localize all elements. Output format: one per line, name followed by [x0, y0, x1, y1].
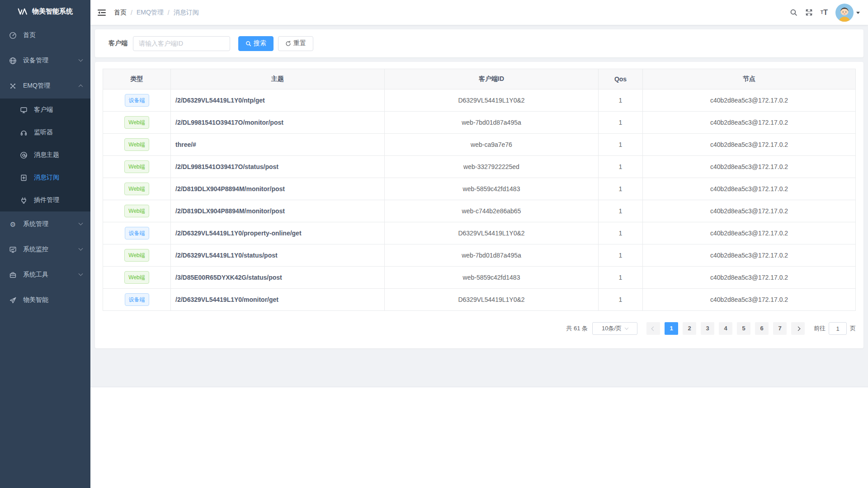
sidebar: 物美智能系统 首页设备管理EMQ管理客户端监听器消息主题消息订阅插件管理⚙系统管…: [0, 0, 90, 488]
sidebar-item-物美智能[interactable]: 物美智能: [0, 287, 90, 313]
table-header-row: 类型 主题 客户端ID Qos 节点: [103, 69, 856, 89]
app-title: 物美智能系统: [32, 7, 73, 16]
table-row: Web端/2/DL9981541O39417O/status/postweb-3…: [103, 156, 856, 178]
cell-type: Web端: [103, 267, 171, 289]
cell-topic: three/#: [171, 134, 385, 156]
main-column: 首页 / EMQ管理 / 消息订阅: [90, 0, 868, 488]
menu-item-label: 首页: [23, 31, 36, 39]
menu-item-label: 客户端: [34, 106, 53, 114]
top-navbar: 首页 / EMQ管理 / 消息订阅: [90, 0, 868, 25]
sidebar-item-系统管理[interactable]: ⚙系统管理: [0, 211, 90, 237]
breadcrumb-home[interactable]: 首页: [114, 9, 127, 17]
sidebar-fold-icon[interactable]: [98, 9, 106, 16]
page-button-4[interactable]: 4: [719, 322, 732, 335]
font-size-icon[interactable]: TT: [821, 9, 828, 16]
caret-down-icon[interactable]: [856, 12, 860, 16]
gear-icon: ⚙: [9, 221, 17, 228]
logo-icon: [18, 8, 28, 15]
breadcrumb-separator: /: [168, 9, 170, 16]
breadcrumb-separator: /: [131, 9, 132, 16]
next-page-button[interactable]: [791, 322, 805, 335]
search-field-label: 客户端: [108, 39, 127, 47]
subscription-table-panel: 类型 主题 客户端ID Qos 节点 设备端/2/D6329VL54419L1Y…: [95, 62, 863, 348]
menu-item-label: 设备管理: [23, 56, 48, 65]
chevron-left-icon: [651, 326, 656, 331]
cell-client-id: web-7bd01d87a495a: [385, 112, 599, 134]
type-badge-web: Web端: [124, 271, 149, 284]
cell-topic: /2/DL9981541O39417O/monitor/post: [171, 112, 385, 134]
menu-item-label: 系统工具: [23, 271, 48, 279]
page-number-list: 1234567: [662, 322, 789, 335]
cell-type: Web端: [103, 244, 171, 267]
submenu-item-插件管理[interactable]: 插件管理: [0, 189, 90, 211]
emq-icon: [9, 82, 17, 90]
prev-page-button[interactable]: [646, 322, 660, 335]
sidebar-item-设备管理[interactable]: 设备管理: [0, 48, 90, 73]
submenu-item-监听器[interactable]: 监听器: [0, 121, 90, 144]
cell-node: c40b2d8ea5c3@172.17.0.2: [643, 156, 856, 178]
cell-node: c40b2d8ea5c3@172.17.0.2: [643, 244, 856, 267]
type-badge-web: Web端: [124, 116, 149, 129]
avatar[interactable]: [835, 4, 854, 22]
cell-node: c40b2d8ea5c3@172.17.0.2: [643, 222, 856, 244]
cell-qos: 1: [599, 156, 643, 178]
search-icon[interactable]: [790, 9, 797, 16]
type-badge-web: Web端: [124, 138, 149, 151]
user-menu[interactable]: [835, 4, 860, 22]
sidebar-menu: 首页设备管理EMQ管理客户端监听器消息主题消息订阅插件管理⚙系统管理系统监控系统…: [0, 23, 90, 313]
sidebar-item-首页[interactable]: 首页: [0, 23, 90, 48]
submenu-item-消息订阅[interactable]: 消息订阅: [0, 166, 90, 189]
chevron-up-icon: [79, 84, 83, 89]
page-button-1[interactable]: 1: [665, 322, 678, 335]
cell-type: 设备端: [103, 89, 171, 112]
table-row: Web端/2/D819DLX904P8894M/monitor/postweb-…: [103, 178, 856, 200]
app-logo[interactable]: 物美智能系统: [0, 0, 90, 23]
submenu-item-客户端[interactable]: 客户端: [0, 99, 90, 121]
page-button-5[interactable]: 5: [737, 322, 750, 335]
type-badge-web: Web端: [124, 160, 149, 173]
reset-button[interactable]: 重置: [278, 36, 313, 51]
cell-topic: /2/D6329VL54419L1Y0/ntp/get: [171, 89, 385, 112]
search-button-label: 搜索: [254, 39, 266, 47]
cell-client-id: D6329VL54419L1Y0&2: [385, 289, 599, 311]
cell-client-id: D6329VL54419L1Y0&2: [385, 222, 599, 244]
cell-topic: /2/D6329VL54419L1Y0/property-online/get: [171, 222, 385, 244]
cell-node: c40b2d8ea5c3@172.17.0.2: [643, 200, 856, 222]
table-row: 设备端/2/D6329VL54419L1Y0/ntp/getD6329VL544…: [103, 89, 856, 112]
table-row: Web端/2/D6329VL54419L1Y0/status/postweb-7…: [103, 244, 856, 267]
page-button-3[interactable]: 3: [701, 322, 714, 335]
pagination: 共 61 条 10条/页 1234567 前往 页: [103, 322, 856, 335]
send-icon: [9, 296, 17, 304]
table-row: Web端three/#web-ca9a7e761c40b2d8ea5c3@172…: [103, 134, 856, 156]
cell-type: Web端: [103, 112, 171, 134]
page-button-6[interactable]: 6: [755, 322, 769, 335]
cell-type: 设备端: [103, 289, 171, 311]
page-size-select[interactable]: 10条/页: [592, 322, 637, 335]
pagination-total: 共 61 条: [566, 324, 588, 333]
menu-item-label: 物美智能: [23, 296, 48, 304]
client-id-input[interactable]: [133, 36, 230, 51]
page-button-7[interactable]: 7: [773, 322, 787, 335]
cell-qos: 1: [599, 89, 643, 112]
cell-client-id: web-3327922225ed: [385, 156, 599, 178]
page-button-2[interactable]: 2: [683, 322, 696, 335]
fullscreen-icon[interactable]: [805, 9, 813, 16]
cell-client-id: D6329VL54419L1Y0&2: [385, 89, 599, 112]
globe-icon: [9, 57, 17, 65]
type-badge-web: Web端: [124, 249, 149, 262]
app-window: 物美智能系统 首页设备管理EMQ管理客户端监听器消息主题消息订阅插件管理⚙系统管…: [0, 0, 868, 488]
cell-node: c40b2d8ea5c3@172.17.0.2: [643, 289, 856, 311]
cell-type: Web端: [103, 156, 171, 178]
sidebar-item-EMQ管理[interactable]: EMQ管理: [0, 73, 90, 99]
page-footer-space: [90, 387, 868, 488]
goto-page: 前往 页: [814, 322, 856, 335]
sidebar-item-系统工具[interactable]: 系统工具: [0, 262, 90, 287]
header-topic: 主题: [171, 69, 385, 89]
submenu-item-消息主题[interactable]: 消息主题: [0, 144, 90, 166]
cell-node: c40b2d8ea5c3@172.17.0.2: [643, 267, 856, 289]
goto-page-input[interactable]: [829, 322, 847, 335]
search-button[interactable]: 搜索: [238, 36, 274, 51]
breadcrumb: 首页 / EMQ管理 / 消息订阅: [114, 9, 199, 17]
cell-qos: 1: [599, 178, 643, 200]
sidebar-item-系统监控[interactable]: 系统监控: [0, 237, 90, 262]
